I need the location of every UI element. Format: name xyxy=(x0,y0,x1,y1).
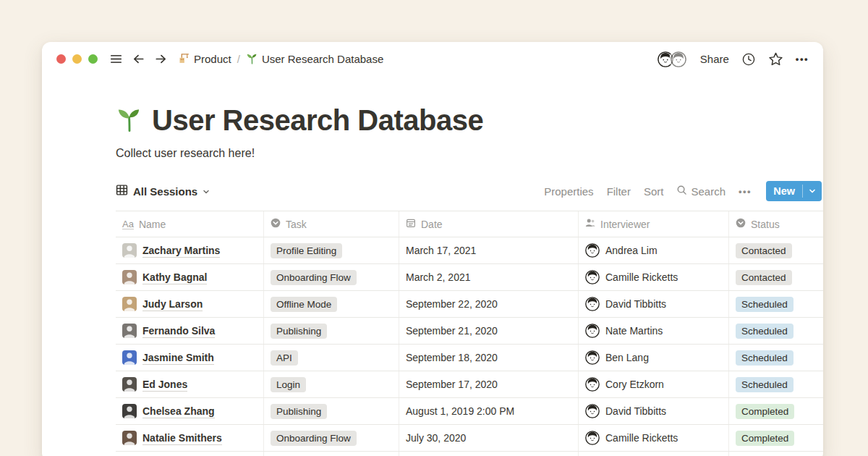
name-cell[interactable]: Ed Jones xyxy=(116,371,264,397)
breadcrumb-page[interactable]: User Research Database xyxy=(246,52,383,67)
table-view-icon xyxy=(116,184,128,198)
breadcrumb-workspace[interactable]: Product xyxy=(178,52,231,67)
date-cell[interactable]: September 21, 2020 xyxy=(399,318,579,344)
table-row[interactable]: Ed Jones Login September 17, 2020 Cory E… xyxy=(116,371,823,398)
back-arrow-icon[interactable] xyxy=(132,52,145,66)
table-row-partial xyxy=(116,452,823,456)
task-cell[interactable]: Offline Mode xyxy=(264,291,399,317)
task-cell[interactable]: Publishing xyxy=(264,398,399,424)
column-header-name[interactable]: Aa Name xyxy=(116,211,264,237)
new-button[interactable]: New xyxy=(766,181,822,201)
select-property-icon xyxy=(736,218,746,230)
properties-button[interactable]: Properties xyxy=(544,185,593,198)
status-badge: Contacted xyxy=(736,243,792,258)
search-icon xyxy=(676,185,687,198)
name-cell[interactable]: Fernando Silva xyxy=(116,318,264,344)
toolbar-actions: Properties Filter Sort Search ••• New xyxy=(544,181,822,201)
status-cell[interactable]: Scheduled xyxy=(729,318,823,344)
clock-icon[interactable] xyxy=(741,52,756,67)
status-cell[interactable]: Scheduled xyxy=(729,291,823,317)
more-options-icon[interactable]: ••• xyxy=(796,54,809,64)
collaborator-avatars[interactable] xyxy=(656,50,688,69)
date-cell[interactable]: August 1, 2019 2:00 PM xyxy=(399,398,579,424)
interviewer-label: Cory Etzkorn xyxy=(605,379,664,390)
task-cell[interactable]: Onboarding Flow xyxy=(264,264,399,290)
date-cell[interactable]: March 2, 2021 xyxy=(399,264,579,290)
table-row[interactable]: Judy Larson Offline Mode September 22, 2… xyxy=(116,291,823,318)
task-cell[interactable]: Onboarding Flow xyxy=(264,425,399,451)
interviewer-cell[interactable]: Camille Ricketts xyxy=(579,264,729,290)
new-button-label: New xyxy=(766,181,802,201)
column-header-status[interactable]: Status xyxy=(729,211,823,237)
task-cell[interactable]: Profile Editing xyxy=(264,237,399,263)
task-tag: Login xyxy=(271,377,306,392)
interviewer-avatar xyxy=(585,431,600,445)
column-label: Status xyxy=(751,219,780,230)
table-row[interactable]: Chelsea Zhang Publishing August 1, 2019 … xyxy=(116,398,823,425)
status-cell[interactable]: Completed xyxy=(729,425,823,451)
row-name-label: Ed Jones xyxy=(142,378,187,392)
task-cell[interactable]: API xyxy=(264,345,399,371)
interviewer-cell[interactable]: Cory Etzkorn xyxy=(579,371,729,397)
interviewer-avatar xyxy=(585,404,600,418)
seedling-icon xyxy=(246,52,258,67)
status-cell[interactable]: Scheduled xyxy=(729,345,823,371)
name-cell[interactable]: Jasmine Smith xyxy=(116,345,264,371)
column-header-date[interactable]: Date xyxy=(399,211,579,237)
date-label: July 30, 2020 xyxy=(406,432,466,444)
date-cell[interactable]: September 22, 2020 xyxy=(399,291,579,317)
status-cell[interactable]: Completed xyxy=(729,398,823,424)
breadcrumb-page-label: User Research Database xyxy=(262,53,383,65)
table-row[interactable]: Fernando Silva Publishing September 21, … xyxy=(116,318,823,345)
table-row[interactable]: Kathy Bagnal Onboarding Flow March 2, 20… xyxy=(116,264,823,291)
chevron-down-icon xyxy=(203,185,210,198)
date-cell[interactable]: September 17, 2020 xyxy=(399,371,579,397)
interviewer-cell[interactable]: David Tibbitts xyxy=(579,398,729,424)
column-header-interviewer[interactable]: Interviewer xyxy=(579,211,729,237)
view-more-icon[interactable]: ••• xyxy=(739,186,752,197)
titlebar: Product / User Research Database Share xyxy=(42,42,823,76)
filter-button[interactable]: Filter xyxy=(607,185,631,198)
interviewer-cell[interactable]: Ben Lang xyxy=(579,345,729,371)
building-construction-icon xyxy=(178,52,190,67)
date-cell[interactable]: September 18, 2020 xyxy=(399,345,579,371)
sidebar-menu-icon[interactable] xyxy=(109,52,123,66)
forward-arrow-icon[interactable] xyxy=(154,52,168,66)
avatar xyxy=(122,270,137,284)
search-button[interactable]: Search xyxy=(676,185,726,198)
date-cell[interactable]: March 17, 2021 xyxy=(399,237,579,263)
select-property-icon xyxy=(271,218,281,230)
page-title-text: User Research Database xyxy=(152,102,483,138)
status-cell[interactable]: Contacted xyxy=(729,264,823,290)
table-row[interactable]: Natalie Smithers Onboarding Flow July 30… xyxy=(116,425,823,452)
interviewer-cell[interactable]: Camille Ricketts xyxy=(579,425,729,451)
table-header-row: Aa Name Task Date xyxy=(116,211,823,237)
interviewer-cell[interactable]: Andrea Lim xyxy=(579,237,729,263)
name-cell[interactable]: Zachary Martins xyxy=(116,237,264,263)
row-name-label: Natalie Smithers xyxy=(142,431,222,445)
close-window-button[interactable] xyxy=(56,54,66,64)
interviewer-cell[interactable]: David Tibbitts xyxy=(579,291,729,317)
table-row[interactable]: Jasmine Smith API September 18, 2020 Ben… xyxy=(116,345,823,371)
sort-button[interactable]: Sort xyxy=(644,185,664,198)
date-cell[interactable]: July 30, 2020 xyxy=(399,425,579,451)
interviewer-label: Camille Ricketts xyxy=(605,271,678,283)
date-label: September 17, 2020 xyxy=(406,379,498,390)
name-cell[interactable]: Chelsea Zhang xyxy=(116,398,264,424)
status-cell[interactable]: Contacted xyxy=(729,237,823,263)
status-cell[interactable]: Scheduled xyxy=(729,371,823,397)
task-cell[interactable]: Login xyxy=(264,371,399,397)
star-icon[interactable] xyxy=(768,51,783,67)
view-selector[interactable]: All Sessions xyxy=(116,184,210,198)
share-button[interactable]: Share xyxy=(700,53,729,65)
column-header-task[interactable]: Task xyxy=(264,211,399,237)
table-row[interactable]: Zachary Martins Profile Editing March 17… xyxy=(116,237,823,264)
name-cell[interactable]: Natalie Smithers xyxy=(116,425,264,451)
interviewer-cell[interactable]: Nate Martins xyxy=(579,318,729,344)
chevron-down-icon[interactable] xyxy=(803,181,822,201)
minimize-window-button[interactable] xyxy=(72,54,82,64)
name-cell[interactable]: Kathy Bagnal xyxy=(116,264,264,290)
name-cell[interactable]: Judy Larson xyxy=(116,291,264,317)
task-cell[interactable]: Publishing xyxy=(264,318,399,344)
zoom-window-button[interactable] xyxy=(88,54,98,64)
